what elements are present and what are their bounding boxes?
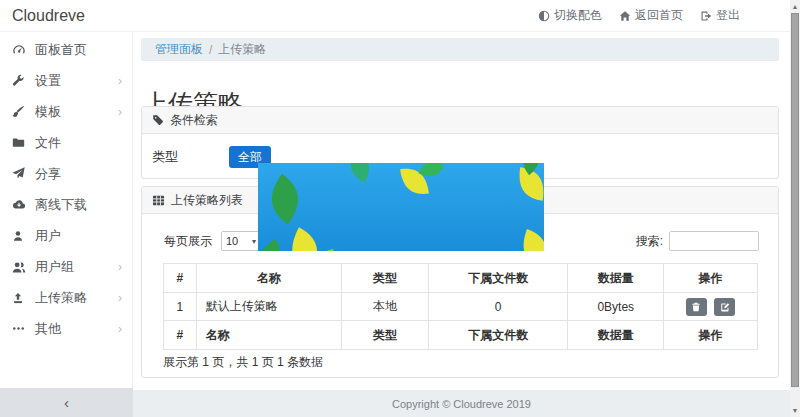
brush-icon xyxy=(12,105,27,118)
sidebar-item-label: 面板首页 xyxy=(35,41,87,59)
sidebar-item-label: 上传策略 xyxy=(35,289,87,307)
scrollbar-up-arrow[interactable]: ▲ xyxy=(790,0,800,13)
users-icon xyxy=(12,260,27,274)
scrollbar-thumb[interactable] xyxy=(791,13,799,387)
sidebar-item-label: 其他 xyxy=(35,320,61,338)
cloud-download-icon xyxy=(12,198,27,212)
breadcrumb-separator: / xyxy=(209,43,212,57)
theme-toggle-link[interactable]: 切换配色 xyxy=(538,7,602,24)
sidebar-item-label: 分享 xyxy=(35,165,61,183)
sidebar-item-dashboard[interactable]: 面板首页 xyxy=(0,34,132,65)
search-label: 搜索: xyxy=(636,233,663,250)
sidebar-item-settings[interactable]: 设置 › xyxy=(0,65,132,96)
trash-icon xyxy=(691,302,701,312)
top-header: Cloudreve 切换配色 返回首页 登出 xyxy=(0,0,790,32)
sidebar-item-groups[interactable]: 用户组 › xyxy=(0,251,132,282)
sidebar-item-templates[interactable]: 模板 › xyxy=(0,96,132,127)
paper-plane-icon xyxy=(12,167,27,180)
col-data-size[interactable]: 数据量 xyxy=(568,264,664,293)
sidebar-item-label: 离线下载 xyxy=(35,196,87,214)
ellipsis-icon xyxy=(12,322,27,335)
per-page-label: 每页展示 xyxy=(164,233,212,250)
col-actions[interactable]: 操作 xyxy=(664,264,758,293)
sign-out-icon xyxy=(700,10,712,22)
table-footer-row: # 名称 类型 下属文件数 数据量 操作 xyxy=(164,321,758,350)
tachometer-icon xyxy=(12,43,27,57)
overlay-image xyxy=(258,163,544,251)
foot-col-actions: 操作 xyxy=(664,321,758,350)
sidebar: 面板首页 设置 › 模板 › 文件 分享 离线下载 用户 用户组 › 上传策略 … xyxy=(0,32,133,388)
table-header-row: # 名称 类型 下属文件数 数据量 操作 xyxy=(164,264,758,293)
logout-link[interactable]: 登出 xyxy=(700,7,740,24)
caret-down-icon: ▾ xyxy=(252,237,256,246)
scrollbar-down-arrow[interactable]: ▼ xyxy=(790,404,800,417)
theme-toggle-label: 切换配色 xyxy=(554,7,602,24)
scrollbar[interactable]: ▲ ▼ xyxy=(790,0,800,417)
cell-index: 1 xyxy=(164,293,197,321)
sidebar-item-label: 用户组 xyxy=(35,258,74,276)
search-input[interactable] xyxy=(669,231,759,251)
cell-type: 本地 xyxy=(342,293,429,321)
logout-label: 登出 xyxy=(716,7,740,24)
sidebar-item-label: 设置 xyxy=(35,72,61,90)
foot-col-file-count: 下属文件数 xyxy=(428,321,568,350)
chevron-right-icon: › xyxy=(118,323,122,335)
table-row: 1 默认上传策略 本地 0 0Bytes xyxy=(164,293,758,321)
foot-col-index: # xyxy=(164,321,197,350)
top-links: 切换配色 返回首页 登出 xyxy=(538,7,740,24)
filter-card-title: 条件检索 xyxy=(170,112,218,129)
chevron-left-icon: ‹ xyxy=(64,394,69,411)
breadcrumb-parent-link[interactable]: 管理面板 xyxy=(155,41,203,58)
sidebar-collapse-button[interactable]: ‹ xyxy=(0,388,133,417)
policy-list-card-title: 上传策略列表 xyxy=(171,192,243,209)
table-icon xyxy=(152,194,165,207)
user-icon xyxy=(12,230,27,242)
copyright-text: Copyright © Cloudreve 2019 xyxy=(392,398,531,410)
folder-icon xyxy=(12,136,27,149)
col-type[interactable]: 类型 xyxy=(342,264,429,293)
cell-actions xyxy=(664,293,758,321)
chevron-right-icon: › xyxy=(118,75,122,87)
edit-icon xyxy=(720,302,730,312)
per-page-value: 10 xyxy=(226,235,238,247)
app-logo[interactable]: Cloudreve xyxy=(12,7,85,25)
chevron-right-icon: › xyxy=(118,292,122,304)
sidebar-item-files[interactable]: 文件 xyxy=(0,127,132,158)
filter-card-header: 条件检索 xyxy=(142,107,778,134)
search-control: 搜索: xyxy=(636,231,759,251)
col-index[interactable]: # xyxy=(164,264,197,293)
policy-table: # 名称 类型 下属文件数 数据量 操作 1 默认上传策略 本地 0 0Byte… xyxy=(163,263,758,350)
cell-file-count: 0 xyxy=(428,293,568,321)
back-home-label: 返回首页 xyxy=(635,7,683,24)
col-name[interactable]: 名称 xyxy=(196,264,342,293)
per-page-control: 每页展示 10 ▾ xyxy=(164,231,261,251)
tags-icon xyxy=(152,114,164,126)
breadcrumb-current: 上传策略 xyxy=(218,41,266,58)
foot-col-name: 名称 xyxy=(196,321,342,350)
delete-policy-button[interactable] xyxy=(686,298,707,316)
sidebar-item-offline-download[interactable]: 离线下载 xyxy=(0,189,132,220)
sidebar-item-shares[interactable]: 分享 xyxy=(0,158,132,189)
home-icon xyxy=(619,10,631,22)
sidebar-item-upload-policies[interactable]: 上传策略 › xyxy=(0,282,132,313)
upload-icon xyxy=(12,292,27,304)
breadcrumb: 管理面板 / 上传策略 xyxy=(141,38,779,61)
adjust-icon xyxy=(538,10,550,22)
back-home-link[interactable]: 返回首页 xyxy=(619,7,683,24)
type-filter-label: 类型 xyxy=(152,148,229,166)
per-page-select[interactable]: 10 ▾ xyxy=(221,231,261,251)
edit-policy-button[interactable] xyxy=(714,298,735,316)
cell-name: 默认上传策略 xyxy=(196,293,342,321)
col-file-count[interactable]: 下属文件数 xyxy=(428,264,568,293)
chevron-right-icon: › xyxy=(118,261,122,273)
sidebar-item-label: 模板 xyxy=(35,103,61,121)
sidebar-item-label: 用户 xyxy=(35,227,61,245)
pagination-info: 展示第 1 页，共 1 页 1 条数据 xyxy=(163,354,323,371)
foot-col-data-size: 数据量 xyxy=(568,321,664,350)
foot-col-type: 类型 xyxy=(342,321,429,350)
sidebar-item-others[interactable]: 其他 › xyxy=(0,313,132,344)
cell-data-size: 0Bytes xyxy=(568,293,664,321)
sidebar-item-label: 文件 xyxy=(35,134,61,152)
sidebar-item-users[interactable]: 用户 xyxy=(0,220,132,251)
page-footer: Copyright © Cloudreve 2019 xyxy=(133,390,790,417)
